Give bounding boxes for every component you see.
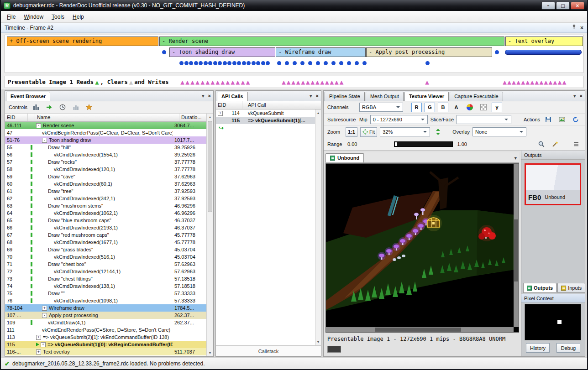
api-calls-close-icon[interactable]: × (316, 93, 319, 99)
range-slider[interactable] (394, 141, 453, 147)
writes-marker-group[interactable]: ▲▲▲▲▲▲▲▲▲▲▲▲▲▲ (503, 77, 567, 88)
event-row[interactable]: 51-76-Toon shading draw1017.7... (5, 136, 206, 144)
event-dot[interactable] (495, 50, 499, 54)
event-row[interactable]: 115+=> vkQueueSubmit(1)[0]: vkBeginComma… (5, 341, 206, 348)
writes-marker-group[interactable]: ▲▲▲▲▲▲▲▲▲▲▲▲▲ (282, 77, 344, 88)
event-row[interactable]: 56vkCmdDrawIndexed(1554,1)39.25926 (5, 151, 206, 158)
save-texture-button[interactable] (543, 115, 554, 125)
tab-outputs[interactable]: Outputs (523, 283, 556, 293)
tab-api-calls[interactable]: API Calls (217, 92, 248, 101)
slice-face-select[interactable] (457, 115, 511, 124)
tab-texture-viewer[interactable]: Texture Viewer (404, 92, 449, 101)
event-row[interactable]: 55Draw "hill"39.25926 (5, 144, 206, 151)
event-browser-scrollbar[interactable]: ▲ ▼ (206, 114, 213, 356)
texture-display[interactable] (326, 163, 519, 333)
event-row[interactable]: 69Draw "grass blades"45.03704 (5, 246, 206, 253)
close-button[interactable]: × (571, 2, 584, 10)
column-flame[interactable] (28, 114, 35, 121)
debug-button[interactable]: Debug (556, 343, 580, 353)
expand-icon[interactable]: + (41, 342, 46, 347)
event-row[interactable]: 111vkCmdEndRenderPass(C=Store, D=Store, … (5, 326, 206, 334)
event-row[interactable]: 61Draw "tree"37.92593 (5, 188, 206, 195)
timeline-bar[interactable]: - Text overlay (505, 36, 583, 46)
timeline-close-icon[interactable]: × (580, 25, 583, 31)
timeline-bar[interactable]: - Render scene (159, 36, 504, 46)
event-row[interactable]: 76vkCmdDrawIndexed(1098,1)57.33333 (5, 297, 206, 304)
menu-help[interactable]: Help (68, 12, 88, 22)
event-row[interactable]: 78-104+Wireframe draw1784.5... (5, 304, 206, 312)
stats-icon[interactable] (71, 103, 80, 112)
timeline-bar[interactable]: - Apply post processing (366, 47, 492, 57)
api-calls-menu-icon[interactable]: ▾ (310, 93, 312, 99)
column-api-call[interactable]: API Call (242, 101, 321, 109)
event-row[interactable]: 116-...+Text overlay511.7037 (5, 348, 206, 355)
zoom-level-input[interactable]: 32% (380, 127, 430, 136)
refresh-button[interactable] (570, 115, 581, 125)
maximize-button[interactable]: □ (556, 2, 570, 10)
tab-inputs[interactable]: Inputs (557, 283, 585, 293)
event-row[interactable]: 63Draw "mushroom stems"46.96296 (5, 202, 206, 209)
range-min-value[interactable]: 0.00 (347, 141, 389, 147)
zoom-1to1-button[interactable]: 1:1 (346, 127, 357, 137)
tab-capture-executable[interactable]: Capture Executable (450, 92, 503, 101)
event-row[interactable]: 72vkCmdDrawIndexed(12144,1)57.62963 (5, 268, 206, 275)
scroll-up-icon[interactable]: ▲ (315, 109, 321, 116)
scroll-up-icon[interactable]: ▲ (207, 114, 213, 120)
scroll-down-icon[interactable]: ▼ (207, 349, 213, 356)
event-row[interactable]: 59Draw "cave"37.62963 (5, 173, 206, 180)
api-calls-scrollbar[interactable]: ▲ ▼ (315, 109, 321, 345)
pin-icon[interactable] (572, 24, 577, 31)
mip-select[interactable]: 0 - 1272x690 (370, 115, 428, 124)
expand-icon[interactable]: + (36, 335, 41, 340)
event-row[interactable]: 74vkCmdDrawIndexed(138,1)57.18518 (5, 282, 206, 290)
event-row[interactable]: 62vkCmdDrawIndexed(342,1)37.92593 (5, 195, 206, 202)
column-eid[interactable]: EID (216, 101, 242, 109)
writes-marker-group[interactable]: ▲▲▲▲▲▲▲▲▲▲▲▲▲▲ (180, 77, 251, 88)
event-row[interactable]: 58vkCmdDrawIndexed(120,1)37.77778 (5, 166, 206, 173)
api-call-row[interactable]: +114vkQueueSubmit (216, 109, 315, 117)
texture-tab-dropdown-icon[interactable]: ▾ (514, 155, 517, 161)
event-row[interactable]: 71Draw "chest box"57.62963 (5, 261, 206, 268)
expand-icon[interactable]: + (42, 306, 47, 311)
scrollbar-thumb[interactable] (208, 121, 212, 212)
autofit-range-button[interactable] (550, 140, 561, 149)
event-dot[interactable] (162, 50, 166, 54)
event-row[interactable]: 109vkCmdDraw(4,1)262.37... (5, 319, 206, 326)
collapse-icon[interactable]: - (42, 138, 47, 143)
event-row[interactable]: 65Draw "blue mushroom caps"46.37037 (5, 217, 206, 224)
channels-mode-select[interactable]: RGBA (359, 103, 403, 112)
collapse-icon[interactable]: - (36, 123, 41, 128)
find-events-icon[interactable] (31, 103, 41, 112)
expand-icon[interactable]: + (36, 349, 41, 354)
gamma-button[interactable]: γ (492, 103, 502, 112)
event-row[interactable]: 64vkCmdDrawIndexed(1062,1)46.96296 (5, 209, 206, 217)
history-button[interactable]: History (526, 343, 550, 353)
bookmark-icon[interactable] (84, 103, 94, 112)
menu-window[interactable]: Window (20, 12, 47, 22)
minimize-button[interactable]: – (541, 2, 555, 10)
tab-event-browser[interactable]: Event Browser (6, 92, 50, 101)
tab-pipeline-state[interactable]: Pipeline State (325, 92, 365, 101)
event-row[interactable]: 73Draw "chest fittings"57.18518 (5, 275, 206, 282)
fb0-thumbnail[interactable]: FB0 Unbound (525, 163, 581, 205)
timeline-bars[interactable]: + Off-screen scene rendering- Render sce… (5, 35, 583, 73)
timeline-bar[interactable]: - Toon shading draw (169, 47, 275, 57)
channel-alpha-button[interactable]: A (451, 103, 462, 112)
event-row[interactable]: 46-111-Render scene3064.7... (5, 122, 206, 129)
time-durations-icon[interactable] (58, 103, 67, 112)
range-settings-icon[interactable] (571, 140, 581, 149)
menu-file[interactable]: File (3, 12, 20, 22)
timeline-pill[interactable] (505, 50, 582, 55)
timeline-bar[interactable]: - Wireframe draw (276, 47, 366, 57)
right-panel-close-icon[interactable]: × (580, 93, 583, 99)
writes-marker-group[interactable]: ▲ (425, 77, 429, 88)
jump-eid-icon[interactable] (45, 103, 54, 112)
event-row[interactable]: 70vkCmdDrawIndexed(516,1)45.03704 (5, 253, 206, 261)
event-row[interactable]: 75Draw ""57.33333 (5, 290, 206, 297)
zoom-fit-button[interactable]: Fit (360, 127, 377, 137)
event-row[interactable]: 107-...-Apply post processing262.37... (5, 312, 206, 319)
scroll-down-icon[interactable]: ▼ (315, 339, 321, 345)
event-row[interactable]: 67Draw "red mushroom caps"45.77778 (5, 231, 206, 239)
tab-mesh-output[interactable]: Mesh Output (366, 92, 404, 101)
event-dot-group[interactable] (179, 61, 271, 65)
